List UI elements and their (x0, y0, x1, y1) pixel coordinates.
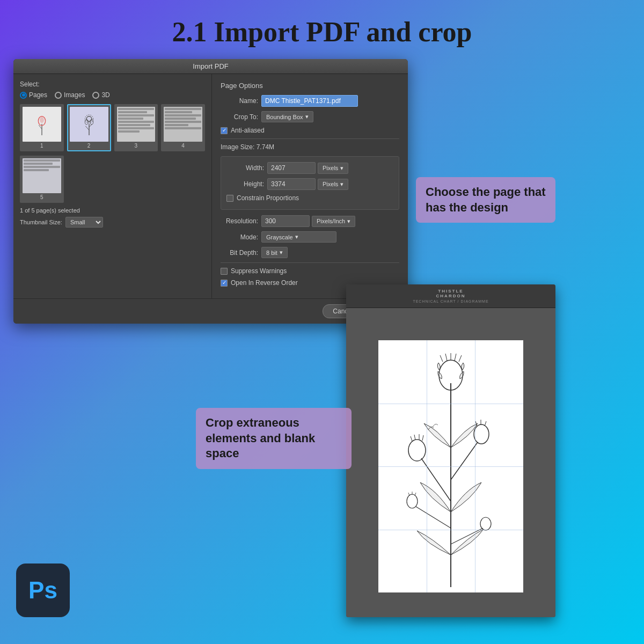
annotation-crop-elements: Crop extraneous elements and blank space (196, 408, 352, 469)
thumb-item-4[interactable]: 4 (161, 104, 205, 151)
height-row: Height: Pixels ▾ (226, 178, 393, 190)
svg-line-24 (414, 435, 415, 440)
crop-handle-bl[interactable] (383, 581, 390, 588)
suppress-checkbox[interactable] (221, 268, 228, 275)
image-size-info: Image Size: 7.74M (221, 143, 399, 151)
radio-3d[interactable]: 3D (92, 91, 109, 99)
svg-line-17 (440, 355, 443, 362)
thumb-img-4 (164, 107, 202, 142)
bit-depth-label: Bit Depth: (221, 249, 258, 257)
resolution-label: Resolution: (221, 217, 258, 225)
doc-title-line3: TECHNICAL CHART / DIAGRAMME (353, 299, 549, 303)
select-label: Select: (20, 80, 205, 88)
crop-to-row: Crop To: Bounding Box ▾ (221, 111, 399, 122)
width-unit-dropdown[interactable]: Pixels ▾ (318, 163, 348, 174)
thumb-size-select[interactable]: Small Medium Large (65, 217, 103, 228)
crop-handle-tr[interactable] (511, 345, 519, 352)
thumb-img-1 (23, 107, 61, 142)
name-label: Name: (221, 97, 258, 105)
dialog-title: Import PDF (193, 62, 228, 70)
radio-3d-circle (92, 92, 99, 99)
anti-aliased-label: Anti-aliased (231, 127, 265, 134)
right-panel: Page Options Name: Crop To: Bounding Box… (212, 74, 408, 298)
reverse-label: Open In Reverse Order (231, 279, 298, 287)
thumbnail-grid: 1 (20, 104, 205, 151)
crop-handle-tl[interactable] (383, 345, 390, 352)
svg-point-27 (474, 425, 489, 444)
page-options-title: Page Options (221, 82, 399, 90)
name-row: Name: (221, 95, 399, 107)
thumb-number-1: 1 (23, 143, 61, 149)
height-unit-dropdown[interactable]: Pixels ▾ (318, 179, 348, 190)
annotation-choose-page: Choose the page that has the design (416, 177, 555, 223)
thumb-item-5[interactable]: 5 (20, 156, 64, 203)
radio-pages-circle (20, 92, 27, 99)
thumb-img-5 (23, 158, 61, 193)
anti-aliased-row: ✓ Anti-aliased (221, 127, 399, 134)
thumb-item-2[interactable]: 2 (67, 104, 111, 151)
width-label: Width: (226, 164, 264, 172)
svg-line-18 (445, 354, 447, 361)
crop-to-dropdown[interactable]: Bounding Box ▾ (261, 111, 313, 122)
resolution-row: Resolution: Pixels/Inch ▾ (221, 215, 399, 227)
status-text: 1 of 5 page(s) selected (20, 207, 205, 214)
resolution-input[interactable] (261, 215, 310, 227)
reverse-checkbox[interactable]: ✓ (221, 280, 228, 287)
constrain-label: Constrain Proportions (237, 194, 299, 202)
svg-line-20 (455, 354, 456, 361)
mode-dropdown[interactable]: Grayscale ▾ (261, 231, 336, 243)
svg-point-31 (407, 494, 418, 508)
mode-label: Mode: (221, 233, 258, 241)
dimensions-group: Width: Pixels ▾ Height: (221, 156, 399, 210)
svg-line-5 (85, 126, 89, 130)
thumb-number-4: 4 (164, 143, 202, 149)
height-label: Height: (226, 180, 264, 188)
resolution-unit-dropdown[interactable]: Pixels/Inch ▾ (312, 216, 355, 227)
constrain-checkbox[interactable] (226, 195, 233, 202)
mode-row: Mode: Grayscale ▾ (221, 231, 399, 243)
radio-images[interactable]: Images (55, 91, 85, 99)
thumb-img-2 (70, 107, 108, 142)
bit-depth-row: Bit Depth: 8 bit ▾ (221, 247, 399, 258)
thumb-size-label: Thumbnail Size: (20, 219, 62, 225)
doc-title-line1: THISTLE (353, 289, 549, 294)
anti-aliased-checkbox[interactable]: ✓ (221, 127, 228, 134)
thumb-number-2: 2 (70, 143, 108, 149)
width-row: Width: Pixels ▾ (226, 162, 393, 174)
radio-pages[interactable]: Pages (20, 91, 47, 99)
svg-line-30 (485, 421, 486, 426)
doc-title-line2: CHARDON (353, 294, 549, 298)
bit-depth-dropdown[interactable]: 8 bit ▾ (261, 247, 288, 258)
thumb-item-1[interactable]: 1 (20, 104, 64, 151)
ps-white-canvas (378, 340, 523, 592)
radio-group: Pages Images 3D (20, 91, 205, 99)
svg-line-23 (411, 436, 412, 441)
svg-point-22 (408, 440, 426, 461)
thumb-number-5: 5 (23, 194, 61, 200)
ps-icon-text: Ps (28, 577, 57, 604)
svg-line-26 (422, 435, 423, 441)
thumb-img-3 (117, 107, 156, 142)
left-panel: Select: Pages Images 3D (13, 74, 212, 298)
thumb-item-3[interactable]: 3 (114, 104, 158, 151)
svg-point-35 (480, 517, 491, 530)
dialog-titlebar: Import PDF (13, 59, 408, 74)
width-input[interactable] (267, 162, 316, 174)
ps-canvas-area (346, 308, 555, 617)
ps-document: THISTLE CHARDON TECHNICAL CHART / DIAGRA… (346, 284, 555, 617)
name-input[interactable] (261, 95, 358, 107)
svg-line-14 (416, 507, 451, 528)
svg-point-7 (86, 116, 92, 121)
height-input[interactable] (267, 178, 316, 190)
page-title: 2.1 Import PDF and crop (0, 0, 644, 58)
constrain-row: Constrain Proportions (226, 194, 393, 202)
suppress-label: Suppress Warnings (231, 267, 287, 275)
crop-handle-br[interactable] (511, 581, 519, 588)
radio-images-circle (55, 92, 62, 99)
suppress-row: Suppress Warnings (221, 267, 399, 275)
svg-point-3 (40, 116, 44, 122)
thumb-size-row: Thumbnail Size: Small Medium Large (20, 217, 205, 228)
thumb-number-3: 3 (117, 143, 156, 149)
svg-line-13 (451, 442, 478, 480)
svg-line-21 (459, 355, 462, 362)
